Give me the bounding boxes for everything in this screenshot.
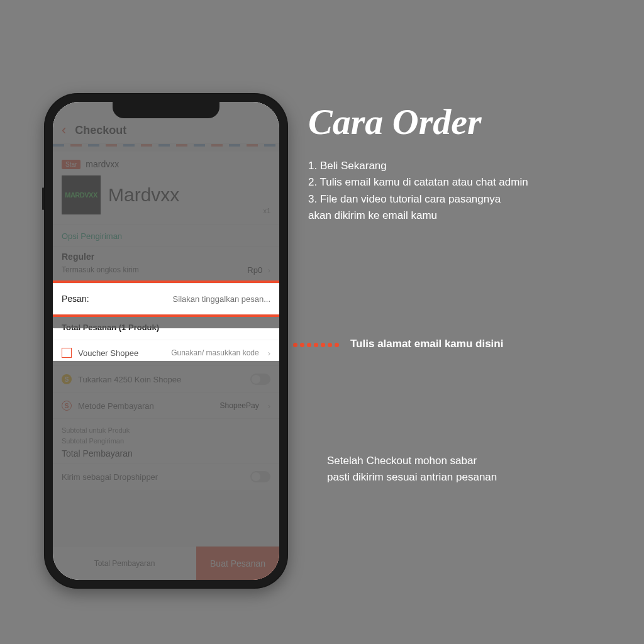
voucher-icon: [62, 348, 72, 358]
payment-row[interactable]: S Metode Pembayaran ShopeePay ›: [53, 392, 279, 418]
chevron-right-icon: ›: [268, 401, 270, 411]
payment-icon: S: [62, 401, 72, 411]
shipping-options-label[interactable]: Opsi Pengiriman: [53, 225, 279, 246]
seller-section: Star mardvxx MARDVXX Mardvxx x1: [53, 152, 279, 225]
message-input[interactable]: [96, 294, 270, 304]
star-seller-badge: Star: [62, 160, 80, 169]
product-row[interactable]: MARDVXX Mardvxx x1: [62, 169, 270, 222]
page-title: Checkout: [75, 124, 126, 137]
place-order-button[interactable]: Buat Pesanan: [196, 547, 279, 580]
coin-label: Tukarkan 4250 Koin Shopee: [78, 375, 244, 384]
instructions-headline: Cara Order: [308, 101, 623, 143]
voucher-label: Voucher Shopee: [78, 348, 165, 358]
coin-icon: S: [62, 374, 72, 384]
phone-frame: ‹ Checkout Star mardvxx MARDVXX Mardvxx …: [44, 93, 288, 589]
seller-name: mardvxx: [86, 159, 119, 169]
voucher-hint: Gunakan/ masukkan kode: [171, 348, 258, 357]
order-total-line: Total Pesanan (1 Produk): [53, 314, 279, 340]
dropship-row[interactable]: Kirim sebagai Dropshipper: [53, 463, 279, 490]
footer-line-1: Setelah Checkout mohon sabar: [327, 453, 497, 469]
callout-dots-icon: [293, 338, 341, 350]
bottom-total-label: Total Pembayaran: [94, 559, 155, 568]
dropship-label: Kirim sebagai Dropshipper: [62, 472, 244, 482]
grand-total-label: Total Pembayaran: [62, 447, 270, 460]
shipping-price: Rp0: [247, 265, 262, 275]
shipping-method-label: Reguler: [62, 252, 94, 262]
chevron-right-icon: ›: [268, 265, 270, 275]
shipping-sublabel: Termasuk ongkos kirim: [62, 265, 139, 274]
message-callout: Tulis alamat email kamu disini: [293, 338, 503, 350]
message-row[interactable]: Pesan:: [53, 283, 279, 314]
step-3b: akan dikirim ke email kamu: [308, 208, 623, 224]
payment-label: Metode Pembayaran: [78, 401, 214, 411]
shipping-row[interactable]: Reguler Termasuk ongkos kirim Rp0 ›: [53, 246, 279, 283]
phone-screen: ‹ Checkout Star mardvxx MARDVXX Mardvxx …: [53, 102, 279, 580]
step-2: 2. Tulis email kamu di catatan atau chat…: [308, 174, 623, 191]
dropship-toggle[interactable]: [250, 471, 270, 482]
bottom-bar: Total Pembayaran Buat Pesanan: [53, 546, 279, 580]
step-1: 1. Beli Sekarang: [308, 158, 623, 174]
address-divider: [53, 144, 279, 147]
callout-text: Tulis alamat email kamu disini: [350, 338, 503, 350]
product-thumbnail: MARDVXX: [62, 175, 101, 214]
coin-toggle[interactable]: [250, 374, 270, 385]
subtotal-shipping: Subtotal Pengiriman: [62, 436, 270, 447]
footer-line-2: pasti dikirim sesuai antrian pesanan: [327, 469, 497, 486]
back-icon[interactable]: ‹: [62, 123, 66, 137]
message-label: Pesan:: [62, 294, 89, 304]
instructions-steps: 1. Beli Sekarang 2. Tulis email kamu di …: [308, 158, 623, 224]
product-name: Mardvxx: [108, 184, 255, 206]
payment-value: ShopeePay: [220, 401, 259, 410]
chevron-right-icon: ›: [268, 348, 270, 358]
product-qty: x1: [263, 207, 270, 214]
step-3a: 3. File dan video tutorial cara pasangny…: [308, 191, 623, 208]
subtotal-product: Subtotal untuk Produk: [62, 425, 270, 436]
phone-notch: [113, 102, 219, 118]
voucher-row[interactable]: Voucher Shopee Gunakan/ masukkan kode ›: [53, 340, 279, 365]
coin-row[interactable]: S Tukarkan 4250 Koin Shopee: [53, 365, 279, 392]
subtotals-block: Subtotal untuk Produk Subtotal Pengirima…: [53, 418, 279, 463]
instructions-footer: Setelah Checkout mohon sabar pasti dikir…: [327, 453, 497, 486]
